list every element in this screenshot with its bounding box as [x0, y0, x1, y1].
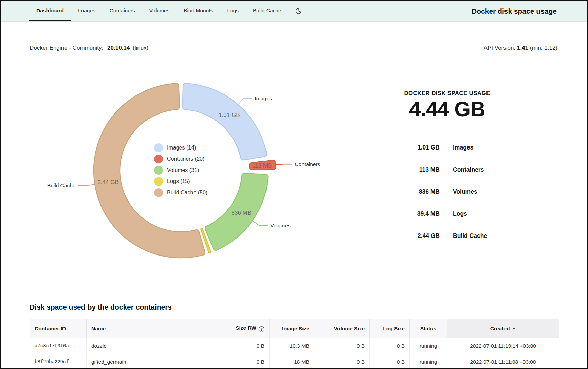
engine-version-text: Docker Engine - Community: 20.10.14 (lin… [30, 44, 148, 52]
containers-section-heading: Disk space used by the docker containers [30, 303, 172, 311]
tab-bar: DashboardImagesContainersVolumesBind Mou… [29, 1, 289, 21]
summary-total: 4.44 GB [367, 97, 527, 121]
summary-label: Build Cache [453, 232, 487, 240]
cell-status: running [410, 338, 447, 354]
callout-line [78, 184, 94, 186]
engine-version: 20.10.14 [107, 45, 130, 51]
legend-label: Images (14) [167, 145, 196, 151]
summary-rows: 1.01 GBImages113 MBContainers836 MBVolum… [367, 137, 527, 247]
summary-size: 39.4 MB [367, 210, 440, 217]
callout-label: Containers [295, 161, 320, 167]
segment-value-label: 836 MB [232, 210, 252, 216]
tab-bind-mounts[interactable]: Bind Mounts [177, 1, 220, 21]
cell-volume-size: 0 B [314, 338, 370, 354]
dark-mode-toggle[interactable] [289, 1, 308, 21]
legend-label: Volumes (31) [167, 167, 199, 173]
api-version-text: API Version: 1.41 (min. 1.12) [484, 44, 557, 52]
column-header-size-rw[interactable]: Size RW? [215, 319, 270, 338]
cell-image-size: 10.3 MB [270, 338, 314, 354]
summary-label: Logs [453, 210, 467, 217]
containers-table: Container IDNameSize RW?Image SizeVolume… [30, 319, 559, 369]
callout-label: Images [255, 95, 272, 101]
summary-label: Images [453, 144, 473, 151]
chart-legend: Images (14)Containers (20)Volumes (31)Lo… [154, 142, 207, 198]
summary-size: 113 MB [367, 166, 440, 173]
cell-name: gifted_germain [87, 354, 215, 369]
summary-row: 2.44 GBBuild Cache [367, 225, 527, 247]
help-icon[interactable]: ? [259, 326, 264, 332]
segment-value-label: 1.01 GB [219, 112, 240, 118]
top-navigation: DashboardImagesContainersVolumesBind Mou… [1, 1, 587, 22]
callout-line [277, 164, 292, 165]
segment-value-label: 2.44 GB [97, 179, 118, 186]
cell-container-id: a7c8c17f0f0a [30, 338, 87, 354]
column-header-name[interactable]: Name [87, 319, 215, 338]
api-label: API Version: [484, 45, 516, 51]
table-body: a7c8c17f0f0adozzle0 B10.3 MB0 B0 Brunnin… [30, 338, 559, 369]
summary-heading: DOCKER DISK SPACE USAGE [367, 90, 527, 97]
legend-item-build-cache[interactable]: Build Cache (50) [154, 187, 207, 198]
summary-row: 836 MBVolumes [367, 181, 527, 203]
table-row: b8f29ba229cfgifted_germain0 B18 MB0 B0 B… [30, 354, 559, 369]
disk-usage-summary: DOCKER DISK SPACE USAGE 4.44 GB 1.01 GBI… [367, 90, 527, 247]
legend-label: Containers (20) [167, 156, 204, 162]
divider [30, 64, 557, 64]
tab-containers[interactable]: Containers [103, 1, 142, 21]
tab-images[interactable]: Images [71, 1, 103, 21]
column-header-volume-size[interactable]: Volume Size [314, 319, 370, 338]
tab-volumes[interactable]: Volumes [142, 1, 177, 21]
callout-label: Volumes [270, 223, 291, 228]
summary-row: 1.01 GBImages [367, 137, 527, 159]
legend-label: Logs (15) [167, 178, 190, 184]
legend-swatch [154, 188, 163, 197]
summary-size: 1.01 GB [367, 144, 440, 151]
column-header-image-size[interactable]: Image Size [270, 319, 314, 338]
cell-size-rw: 0 B [215, 338, 270, 354]
page-title: Docker disk space usage [472, 7, 577, 15]
legend-swatch [154, 166, 163, 175]
cell-container-id: b8f29ba229cf [30, 354, 87, 369]
sort-desc-icon [512, 328, 516, 330]
summary-row: 39.4 MBLogs [367, 203, 527, 225]
legend-swatch [154, 177, 163, 186]
legend-item-containers[interactable]: Containers (20) [154, 153, 207, 164]
callout-label: Build Cache [47, 182, 76, 188]
engine-platform: (linux) [133, 45, 148, 51]
callout-line [253, 221, 267, 225]
column-header-status[interactable]: Status [410, 319, 447, 338]
segment-value-label: 113 MB [252, 163, 272, 169]
summary-size: 836 MB [367, 188, 440, 195]
app-window: DashboardImagesContainersVolumesBind Mou… [0, 0, 588, 369]
cell-created: 2022-07-01 11:19:14 +03:00 [447, 338, 559, 354]
summary-label: Volumes [453, 188, 477, 195]
table-header-row: Container IDNameSize RW?Image SizeVolume… [30, 319, 559, 338]
tab-dashboard[interactable]: Dashboard [29, 1, 71, 21]
cell-log-size: 0 B [370, 338, 410, 354]
summary-row: 113 MBContainers [367, 159, 527, 181]
legend-item-images[interactable]: Images (14) [154, 142, 207, 153]
tab-build-cache[interactable]: Build Cache [246, 1, 289, 21]
cell-log-size: 0 B [370, 354, 410, 369]
engine-info-row: Docker Engine - Community: 20.10.14 (lin… [30, 44, 557, 52]
cell-status: running [410, 354, 447, 369]
cell-volume-size: 0 B [314, 354, 370, 369]
callout-line [239, 99, 252, 104]
column-header-created[interactable]: Created [447, 319, 559, 338]
table-row: a7c8c17f0f0adozzle0 B10.3 MB0 B0 Brunnin… [30, 338, 559, 354]
cell-size-rw: 0 B [215, 354, 270, 369]
api-min: (min. 1.12) [530, 45, 557, 51]
legend-item-logs[interactable]: Logs (15) [154, 176, 207, 187]
tab-logs[interactable]: Logs [220, 1, 246, 21]
column-header-log-size[interactable]: Log Size [370, 319, 410, 338]
moon-icon [295, 7, 302, 15]
api-version: 1.41 [517, 45, 528, 51]
cell-created: 2022-07-01 11:11:08 +03:00 [447, 354, 559, 369]
summary-size: 2.44 GB [367, 232, 440, 240]
cell-name: dozzle [87, 338, 215, 354]
legend-label: Build Cache (50) [167, 190, 207, 196]
column-header-container-id[interactable]: Container ID [30, 319, 87, 338]
engine-label: Docker Engine - Community: [30, 45, 103, 51]
summary-label: Containers [453, 166, 484, 173]
legend-swatch [154, 155, 163, 163]
legend-item-volumes[interactable]: Volumes (31) [154, 164, 207, 176]
